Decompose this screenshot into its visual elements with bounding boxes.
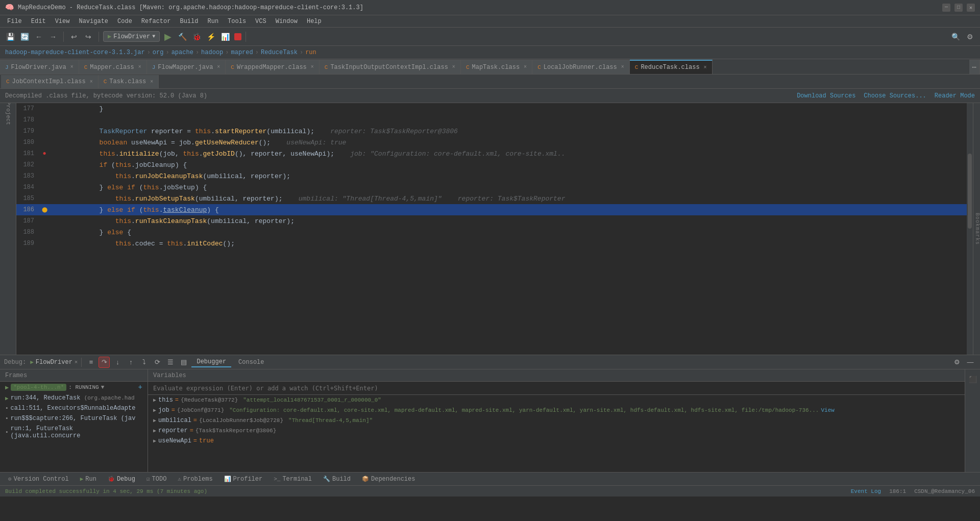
download-sources-link[interactable]: Download Sources <box>797 92 855 100</box>
build-btn[interactable]: 🔨 <box>176 31 188 43</box>
debug-side-icon1[interactable]: ⬛ <box>967 374 979 386</box>
search-everywhere-btn[interactable]: 🔍 <box>949 31 962 43</box>
tab-jobcontextimpl-class[interactable]: C JobContextImpl.class × <box>1 75 99 88</box>
thread-filter-icon[interactable]: ▼ <box>101 384 105 390</box>
debug-step-into-btn[interactable]: ↓ <box>112 357 123 368</box>
expression-input[interactable] <box>148 382 965 395</box>
tab-flowdriver-java[interactable]: J FlowDriver.java × <box>0 60 79 74</box>
menu-window[interactable]: Window <box>272 17 302 26</box>
var-row-reporter[interactable]: ▶ reporter = {Task$TaskReporter@3806} <box>148 426 965 436</box>
event-log-link[interactable]: Event Log <box>851 488 881 494</box>
close-button[interactable]: ✕ <box>967 4 975 12</box>
profile-btn[interactable]: ⚡ <box>205 31 217 43</box>
btab-build[interactable]: 🔧 Build <box>318 475 356 484</box>
tab-close-icon[interactable]: × <box>524 64 527 70</box>
tab-more-btn[interactable]: ⋯ <box>969 60 980 74</box>
tab-close-icon[interactable]: × <box>311 64 314 70</box>
toolbar-back-btn[interactable]: ← <box>33 31 45 43</box>
menu-view[interactable]: View <box>51 17 74 26</box>
scrollbar-thumb[interactable] <box>968 154 972 229</box>
bc-jar[interactable]: hadoop-mapreduce-client-core-3.1.3.jar <box>5 49 145 56</box>
menu-code[interactable]: Code <box>113 17 136 26</box>
toolbar-fwd-btn[interactable]: → <box>47 31 59 43</box>
var-row-usenewapi[interactable]: ▶ useNewApi = true <box>148 436 965 446</box>
tab2-close-icon[interactable]: × <box>150 79 153 85</box>
tab-flowmapper-java[interactable]: J FlowMapper.java × <box>147 60 226 74</box>
run-config-dropdown[interactable]: ▶ FlowDriver ▼ <box>103 31 160 42</box>
menu-help[interactable]: Help <box>303 17 326 26</box>
stop-button[interactable] <box>234 33 241 40</box>
debug-tab-console[interactable]: Console <box>233 358 269 367</box>
frame-item-1[interactable]: ▪ call:511, Executors$RunnableAdapte <box>0 403 148 413</box>
debug-gear-btn[interactable]: ⚙ <box>951 357 963 368</box>
menu-file[interactable]: File <box>3 17 26 26</box>
run-button[interactable]: ▶ <box>162 31 174 43</box>
tab-mapper-class[interactable]: C Mapper.class × <box>79 60 147 74</box>
code-editor[interactable]: 177 } 178 179 TaskReporter reporter = th… <box>16 103 973 355</box>
menu-tools[interactable]: Tools <box>224 17 250 26</box>
debug-tab-debugger[interactable]: Debugger <box>191 357 231 367</box>
menu-refactor[interactable]: Refactor <box>137 17 175 26</box>
tab-task-class[interactable]: C Task.class × <box>99 75 159 88</box>
thread-row[interactable]: ▶ *pool-4-th...n* : RUNNING ▼ + <box>0 382 148 393</box>
var-expand-icon[interactable]: ▶ <box>153 417 156 424</box>
breakpoint-yellow-icon[interactable]: ⬤ <box>42 207 47 213</box>
bc-reducetask[interactable]: ReduceTask <box>261 49 298 56</box>
debug-hide-btn[interactable]: — <box>965 357 976 368</box>
debug-run-to-cursor-btn[interactable]: ⤵ <box>138 357 150 368</box>
vertical-scrollbar[interactable] <box>967 103 973 355</box>
choose-sources-link[interactable]: Choose Sources... <box>864 92 926 100</box>
tab-taskinputoutputcontext[interactable]: C TaskInputOutputContextImpl.class × <box>320 60 461 74</box>
tab-reducetask-class[interactable]: C ReduceTask.class × <box>630 60 713 74</box>
debug-session-close-icon[interactable]: × <box>75 359 78 365</box>
toolbar-redo-btn[interactable]: ↪ <box>82 31 94 43</box>
var-view-link[interactable]: View <box>821 407 834 413</box>
tab-close-icon[interactable]: × <box>217 64 220 70</box>
bc-hadoop[interactable]: hadoop <box>201 49 223 56</box>
debug-btn[interactable]: 🐞 <box>190 31 203 43</box>
frame-item-0[interactable]: ▶ run:344, ReduceTask (org.apache.had <box>0 393 148 403</box>
btab-todo[interactable]: ☑ TODO <box>141 475 172 484</box>
var-row-umbilical[interactable]: ▶ umbilical = {LocalJobRunner$Job@2728} … <box>148 415 965 426</box>
btab-version-control[interactable]: ⊙ Version Control <box>3 475 74 484</box>
btab-run[interactable]: ▶ Run <box>75 475 102 484</box>
btab-problems[interactable]: ⚠ Problems <box>173 475 217 484</box>
tab-close-icon[interactable]: × <box>70 64 74 70</box>
tab-wrappedmapper-class[interactable]: C WrappedMapper.class × <box>226 60 319 74</box>
add-thread-btn[interactable]: + <box>138 383 142 391</box>
debug-settings-btn[interactable]: ▤ <box>178 357 189 368</box>
tab-close-icon[interactable]: × <box>704 65 707 70</box>
tab-close-icon[interactable]: × <box>452 64 455 70</box>
var-expand-icon[interactable]: ▶ <box>153 397 156 403</box>
project-icon[interactable]: Project <box>2 107 14 119</box>
settings-btn[interactable]: ⚙ <box>964 31 976 43</box>
debug-step-out-btn[interactable]: ↑ <box>125 357 136 368</box>
var-row-this[interactable]: ▶ this = {ReduceTask@3772} "attempt_loca… <box>148 395 965 405</box>
var-expand-icon[interactable]: ▶ <box>153 428 156 434</box>
debug-show-frames-btn[interactable]: ≡ <box>85 357 96 368</box>
btab-dependencies[interactable]: 📦 Dependencies <box>357 475 420 484</box>
var-expand-icon[interactable]: ▶ <box>153 438 156 444</box>
minimize-button[interactable]: ─ <box>942 4 950 12</box>
bc-apache[interactable]: apache <box>172 49 193 56</box>
tab-close-icon[interactable]: × <box>621 64 624 70</box>
menu-navigate[interactable]: Navigate <box>75 17 112 26</box>
btab-debug[interactable]: 🐞 Debug <box>103 475 140 484</box>
coverage-btn[interactable]: 📊 <box>219 31 231 43</box>
tab-localjobrunner-class[interactable]: C LocalJobRunner.class × <box>532 60 630 74</box>
menu-run[interactable]: Run <box>203 17 223 26</box>
menu-build[interactable]: Build <box>176 17 202 26</box>
tab2-close-icon[interactable]: × <box>90 79 93 85</box>
var-row-job[interactable]: ▶ job = {JobConf@3771} "Configuration: c… <box>148 405 965 415</box>
btab-profiler[interactable]: 📊 Profiler <box>219 475 268 484</box>
debug-step-over-btn[interactable]: ↷ <box>99 357 110 368</box>
debug-evaluate-btn[interactable]: ⟳ <box>152 357 163 368</box>
menu-vcs[interactable]: VCS <box>251 17 271 26</box>
menu-edit[interactable]: Edit <box>27 17 50 26</box>
btab-terminal[interactable]: >_ Terminal <box>268 475 317 484</box>
frame-item-2[interactable]: ▪ run$$$capture:266, FutureTask (jav <box>0 413 148 424</box>
toolbar-save-btn[interactable]: 💾 <box>4 31 16 43</box>
bc-org[interactable]: org <box>153 49 164 56</box>
debug-watch-btn[interactable]: ☰ <box>165 357 176 368</box>
maximize-button[interactable]: □ <box>954 4 963 12</box>
